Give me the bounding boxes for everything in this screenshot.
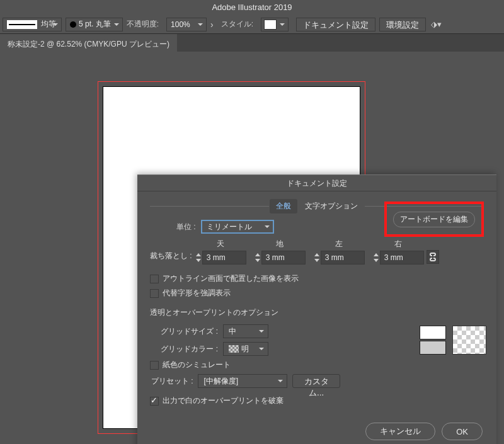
bleed-bottom-label: 地: [276, 239, 284, 249]
svg-marker-5: [314, 259, 319, 262]
bleed-label: 裁ち落とし :: [150, 251, 192, 261]
bleed-top-input[interactable]: 3 mm: [202, 251, 246, 265]
bleed-bottom-spinner[interactable]: [254, 252, 261, 263]
transparency-section-title: 透明とオーバープリントのオプション: [150, 307, 484, 318]
bleed-bottom-input[interactable]: 3 mm: [261, 251, 306, 265]
control-bar: 均等 5 pt. 丸筆 不透明度: 100% › スタイル: ドキュメント設定 …: [0, 15, 504, 34]
document-tab-bar: 称未設定-2 @ 62.52% (CMYK/GPU プレビュー): [0, 34, 504, 52]
checkbox-discard-white-overprint[interactable]: [150, 397, 159, 406]
grid-size-dropdown[interactable]: 中: [223, 324, 268, 338]
svg-marker-0: [196, 253, 201, 256]
grid-size-label: グリッドサイズ :: [150, 326, 218, 337]
svg-marker-4: [314, 253, 319, 256]
opacity-label: 不透明度:: [123, 19, 163, 30]
app-title-bar: Adobe Illustrator 2019: [0, 0, 504, 15]
bleed-right-label: 右: [394, 239, 402, 249]
grid-color-dropdown[interactable]: 明: [223, 342, 268, 356]
opacity-expand-icon[interactable]: ›: [210, 20, 214, 30]
bleed-left-input[interactable]: 3 mm: [321, 251, 365, 265]
document-setup-button[interactable]: ドキュメント設定: [296, 18, 375, 31]
style-dropdown[interactable]: [261, 18, 289, 31]
checkbox-paper-simulate[interactable]: [150, 361, 159, 370]
checkbox-alt-glyphs[interactable]: [150, 289, 159, 298]
transparency-checker-preview: [452, 326, 486, 355]
checkbox-alt-glyphs-label: 代替字形を強調表示: [163, 288, 231, 299]
checkbox-outline-images-label: アウトライン画面で配置した画像を表示: [163, 273, 299, 284]
units-dropdown[interactable]: ミリメートル: [201, 220, 274, 234]
bleed-top-label: 天: [217, 239, 224, 249]
cancel-button[interactable]: キャンセル: [365, 423, 435, 440]
overflow-icon[interactable]: ⬗▾: [431, 20, 442, 29]
edit-artboards-button[interactable]: アートボードを編集: [393, 212, 475, 227]
edit-artboards-highlight: アートボードを編集: [384, 202, 484, 237]
grid-color-chip-icon: [229, 345, 239, 353]
stroke-profile-dropdown[interactable]: 均等: [3, 18, 62, 31]
preset-label: プリセット :: [150, 376, 193, 387]
bleed-link-toggle[interactable]: [427, 250, 439, 264]
tab-general[interactable]: 全般: [270, 199, 297, 213]
bleed-right-input[interactable]: 3 mm: [380, 251, 424, 265]
svg-marker-3: [255, 259, 260, 262]
stroke-preview-icon: [7, 20, 37, 29]
paper-white-swatch[interactable]: [420, 326, 446, 339]
bleed-top-spinner[interactable]: [195, 252, 202, 263]
document-setup-dialog: ドキュメント設定 全般 文字オプション アートボードを編集 単位 :: [137, 174, 496, 444]
preferences-button[interactable]: 環境設定: [379, 18, 426, 31]
discard-white-overprint-label: 出力で白のオーバープリントを破棄: [163, 396, 284, 406]
canvas-area[interactable]: ドキュメント設定 全般 文字オプション アートボードを編集 単位 :: [0, 52, 504, 444]
opacity-dropdown[interactable]: 100%: [166, 18, 207, 31]
bleed-left-spinner[interactable]: [313, 252, 321, 263]
dialog-title: ドキュメント設定: [137, 175, 496, 191]
svg-marker-7: [374, 259, 379, 262]
grid-color-label: グリッドカラー :: [150, 344, 218, 355]
brush-dot-icon: [70, 21, 76, 28]
document-tab[interactable]: 称未設定-2 @ 62.52% (CMYK/GPU プレビュー): [0, 34, 177, 52]
svg-marker-1: [196, 259, 201, 262]
checkbox-outline-images[interactable]: [150, 275, 159, 283]
bleed-right-spinner[interactable]: [372, 252, 380, 263]
ok-button[interactable]: OK: [442, 423, 483, 440]
svg-marker-6: [374, 253, 379, 256]
bleed-left-label: 左: [335, 239, 343, 249]
units-label: 単位 :: [176, 222, 196, 232]
brush-dropdown[interactable]: 5 pt. 丸筆: [66, 18, 123, 31]
paper-simulate-label: 紙色のシミュレート: [163, 360, 231, 370]
style-label: スタイル:: [217, 19, 257, 30]
custom-button[interactable]: カスタム...: [292, 374, 340, 388]
app-title: Adobe Illustrator 2019: [212, 3, 292, 12]
tab-text-options[interactable]: 文字オプション: [299, 199, 364, 213]
style-swatch-icon: [264, 20, 277, 30]
svg-marker-2: [255, 253, 260, 256]
preset-dropdown[interactable]: [中解像度]: [198, 374, 287, 388]
paper-gray-swatch[interactable]: [420, 341, 446, 355]
